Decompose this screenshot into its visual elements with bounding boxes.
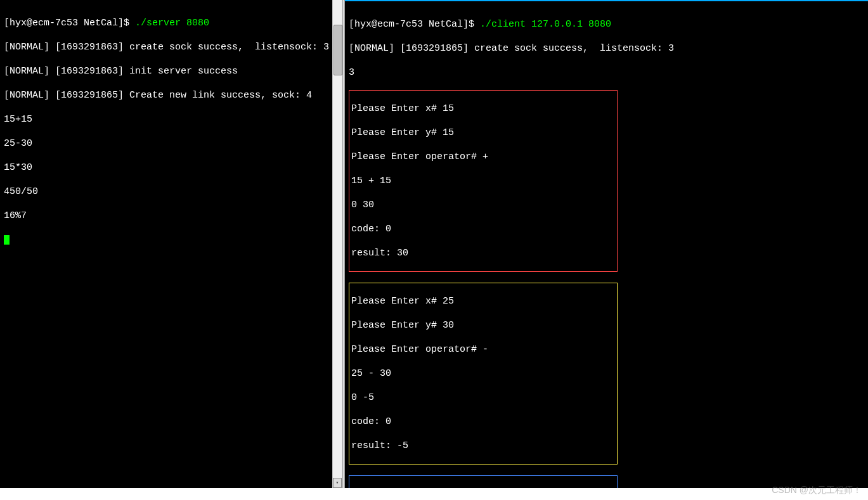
block-line: Please Enter y# 15 <box>351 127 615 139</box>
left-scroll-down-icon[interactable]: ▾ <box>333 478 342 488</box>
server-prompt-line: [hyx@ecm-7c53 NetCal]$ ./server 8080 <box>4 17 339 29</box>
bottom-strip <box>0 488 868 500</box>
client-log-line: [NORMAL] [1693291865] create sock succes… <box>349 42 864 54</box>
block-line: result: -5 <box>351 440 615 452</box>
calc-block-sub: Please Enter x# 25 Please Enter y# 30 Pl… <box>349 283 618 465</box>
block-line: Please Enter operator# - <box>351 343 615 356</box>
block-line: 0 -5 <box>351 392 615 404</box>
server-terminal[interactable]: [hyx@ecm-7c53 NetCal]$ ./server 8080 [NO… <box>0 0 342 488</box>
block-line: Please Enter x# 15 <box>351 103 615 115</box>
block-line: code: 0 <box>351 223 615 235</box>
block-line: code: 0 <box>351 416 615 428</box>
server-log-line: [NORMAL] [1693291863] init server succes… <box>4 65 339 77</box>
block-line: Please Enter x# 25 <box>351 295 615 307</box>
server-op-line: 15+15 <box>4 113 339 125</box>
cursor-icon <box>4 235 10 245</box>
server-log-line: [NORMAL] [1693291865] Create new link su… <box>4 89 339 101</box>
block-line: 15 + 15 <box>351 175 615 187</box>
left-scroll-thumb[interactable] <box>334 25 342 75</box>
server-op-line: 15*30 <box>4 162 339 174</box>
client-prompt-user: [hyx@ecm-7c53 NetCal]$ <box>349 19 480 30</box>
block-line: Please Enter operator# + <box>351 151 615 163</box>
client-terminal[interactable]: [hyx@ecm-7c53 NetCal]$ ./client 127.0.0.… <box>345 0 868 488</box>
client-prompt-cmd: ./client 127.0.0.1 8080 <box>480 19 611 30</box>
calc-block-add: Please Enter x# 15 Please Enter y# 15 Pl… <box>349 90 618 272</box>
server-op-line: 16%7 <box>4 210 339 222</box>
server-cursor-line <box>4 234 339 246</box>
block-line: Please Enter y# 30 <box>351 319 615 331</box>
client-prompt-line: [hyx@ecm-7c53 NetCal]$ ./client 127.0.0.… <box>349 18 864 30</box>
server-op-line: 450/50 <box>4 186 339 198</box>
calc-block-mul: Please Enter x# 15 Please Enter y# 30 Pl… <box>349 475 618 488</box>
block-line: result: 30 <box>351 247 615 259</box>
server-log-line: [NORMAL] [1693291863] create sock succes… <box>4 41 339 53</box>
block-line: 25 - 30 <box>351 368 615 380</box>
block-line: 0 30 <box>351 199 615 211</box>
client-log-line: 3 <box>349 67 864 79</box>
server-prompt-user: [hyx@ecm-7c53 NetCal]$ <box>4 18 135 29</box>
server-prompt-cmd: ./server 8080 <box>135 18 209 29</box>
server-op-line: 25-30 <box>4 138 339 150</box>
left-scrollbar[interactable]: ▾ <box>332 0 342 488</box>
